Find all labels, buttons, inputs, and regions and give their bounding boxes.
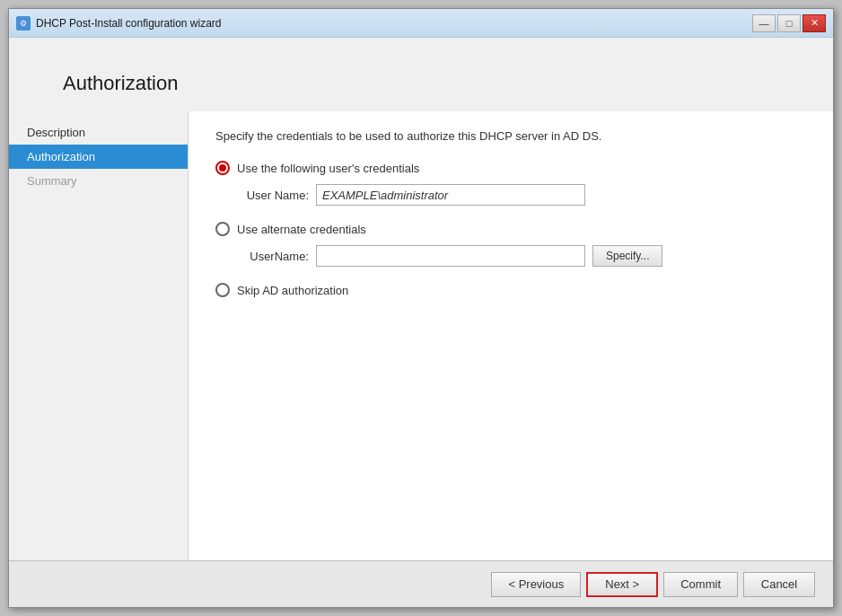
next-button[interactable]: Next > bbox=[586, 572, 658, 597]
sidebar-item-authorization[interactable]: Authorization bbox=[9, 145, 188, 169]
previous-button[interactable]: < Previous bbox=[491, 572, 581, 597]
title-bar: ⚙ DHCP Post-Install configuration wizard… bbox=[9, 9, 833, 38]
username-label: User Name: bbox=[237, 189, 309, 202]
skip-ad-label: Skip AD authorization bbox=[237, 284, 348, 297]
cancel-button[interactable]: Cancel bbox=[743, 572, 815, 597]
use-alternate-section: Use alternate credentials UserName: Spec… bbox=[215, 222, 806, 267]
page-title: Authorization bbox=[36, 54, 806, 104]
instruction-text: Specify the credentials to be used to au… bbox=[215, 129, 806, 143]
skip-ad-radio-row: Skip AD authorization bbox=[215, 283, 806, 297]
use-current-radio[interactable] bbox=[215, 161, 230, 175]
alternate-username-input[interactable] bbox=[316, 245, 585, 267]
footer: < Previous Next > Commit Cancel bbox=[9, 560, 833, 607]
main-window: ⚙ DHCP Post-Install configuration wizard… bbox=[8, 8, 834, 608]
app-icon: ⚙ bbox=[16, 16, 31, 31]
close-button[interactable]: ✕ bbox=[803, 14, 826, 32]
commit-button[interactable]: Commit bbox=[663, 572, 738, 597]
use-alternate-label: Use alternate credentials bbox=[237, 223, 366, 236]
skip-ad-radio[interactable] bbox=[215, 283, 230, 297]
sidebar-item-summary[interactable]: Summary bbox=[9, 169, 188, 193]
page-header: Authorization bbox=[9, 38, 833, 111]
minimize-button[interactable]: — bbox=[752, 14, 776, 32]
sidebar: Description Authorization Summary bbox=[9, 111, 189, 560]
use-current-label: Use the following user's credentials bbox=[237, 162, 419, 175]
sidebar-item-description[interactable]: Description bbox=[9, 120, 188, 145]
title-bar-left: ⚙ DHCP Post-Install configuration wizard bbox=[16, 16, 222, 31]
specify-button[interactable]: Specify... bbox=[592, 245, 662, 267]
right-panel: Specify the credentials to be used to au… bbox=[189, 111, 833, 560]
title-bar-controls: — □ ✕ bbox=[752, 14, 826, 32]
content-area: Authorization Description Authorization … bbox=[9, 38, 833, 560]
use-alternate-radio[interactable] bbox=[215, 222, 230, 236]
restore-button[interactable]: □ bbox=[777, 14, 801, 32]
alternate-username-label: UserName: bbox=[237, 250, 309, 263]
use-alternate-radio-row: Use alternate credentials bbox=[215, 222, 806, 236]
skip-ad-section: Skip AD authorization bbox=[215, 283, 806, 297]
main-content: Description Authorization Summary Specif… bbox=[9, 111, 833, 560]
alternate-username-field-row: UserName: Specify... bbox=[237, 245, 806, 267]
username-input[interactable] bbox=[316, 184, 585, 206]
window-title: DHCP Post-Install configuration wizard bbox=[36, 17, 222, 30]
use-current-section: Use the following user's credentials Use… bbox=[215, 161, 806, 206]
username-field-row: User Name: bbox=[237, 184, 806, 206]
use-current-radio-row: Use the following user's credentials bbox=[215, 161, 806, 175]
